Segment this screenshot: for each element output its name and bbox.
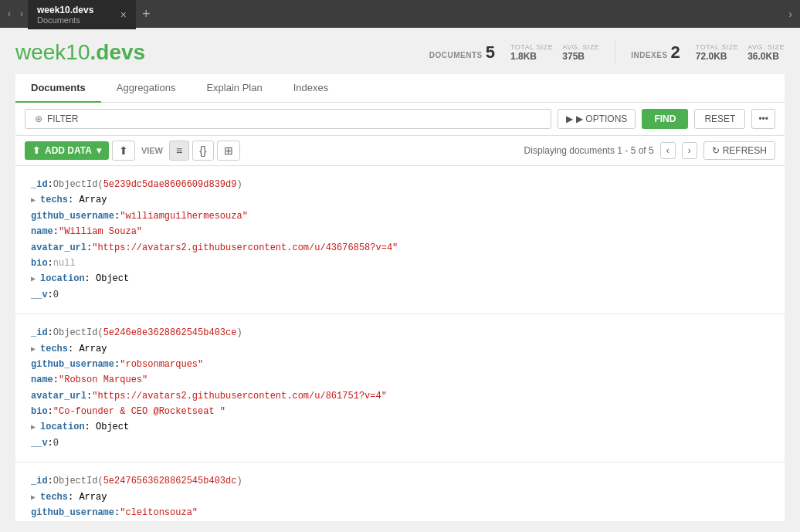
doc-field-v: __v: 0 [31, 435, 769, 451]
tab-close-icon[interactable]: × [120, 9, 127, 20]
tab-prev-arrow[interactable]: ‹ [3, 5, 15, 22]
doc-field-id: _id: ObjectId(5e246e8e3628862545b403ce) [31, 325, 769, 341]
total-size-val-1: 1.8KB [510, 51, 553, 62]
expand-location-icon[interactable]: ▶ [31, 273, 40, 286]
doc-field-name: name: "Cleiton Souza" [31, 520, 769, 521]
indexes-stat: INDEXES 2 [631, 42, 680, 63]
doc-field-v: __v: 0 [31, 287, 769, 303]
avg-size-label-1: AVG. SIZE [562, 43, 599, 51]
tab-item[interactable]: week10.devs Documents × [28, 0, 136, 29]
indexes-sub-stats: TOTAL SIZE 72.0KB AVG. SIZE 36.0KB [696, 43, 785, 62]
tab-nav-right-arrow[interactable]: › [784, 5, 797, 23]
prev-page-button[interactable]: ‹ [660, 142, 676, 159]
documents-area: _id: ObjectId(5e239dc5dae8606609d839d9) … [15, 166, 785, 521]
find-button[interactable]: FIND [642, 109, 688, 129]
db-name-prefix: week10 [15, 40, 90, 64]
db-name-suffix: .devs [90, 40, 146, 64]
add-data-label: ADD DATA [45, 145, 92, 156]
avg-size-label-2: AVG. SIZE [747, 43, 785, 51]
total-size-val-2: 72.0KB [696, 51, 738, 62]
more-options-button[interactable]: ••• [751, 109, 775, 129]
tab-explain-plan[interactable]: Explain Plan [191, 74, 277, 103]
export-icon: ⬆ [119, 144, 128, 157]
doc-field-id: _id: ObjectId(5e2476563628862545b403dc) [31, 473, 769, 489]
grid-view-icon: ⊞ [224, 144, 233, 157]
options-label: ▶ OPTIONS [576, 114, 627, 124]
options-arrow-icon: ▶ [566, 114, 573, 124]
nav-tabs: Documents Aggregations Explain Plan Inde… [15, 74, 785, 103]
total-size-label-2: TOTAL SIZE [696, 43, 738, 51]
filter-label: FILTER [47, 114, 78, 124]
expand-location-icon[interactable]: ▶ [31, 421, 40, 434]
doc-field-name: name: "Robson Marques" [31, 372, 769, 388]
add-data-button[interactable]: ⬆ ADD DATA ▾ [25, 141, 109, 160]
doc-field-techs: ▶ techs: Array [31, 490, 769, 505]
doc-field-location: ▶ location: Object [31, 271, 769, 286]
export-button[interactable]: ⬆ [112, 141, 135, 161]
doc-field-github-username: github_username: "williamguilhermesouza" [31, 208, 769, 224]
tab-bar: ‹ › week10.devs Documents × + › [0, 0, 800, 28]
json-view-button[interactable]: {} [192, 141, 213, 161]
doc-field-github-username: github_username: "robsonmarques" [31, 357, 769, 372]
view-label: VIEW [141, 146, 163, 155]
new-tab-button[interactable]: + [136, 5, 157, 24]
tab-subtitle: Documents [37, 15, 93, 25]
main-content: week10.devs DOCUMENTS 5 TOTAL SIZE 1.8KB… [0, 28, 800, 532]
documents-label: DOCUMENTS [429, 51, 483, 59]
filter-toolbar: ⊕ FILTER ▶ ▶ OPTIONS FIND RESET ••• [15, 103, 785, 136]
expand-techs-icon[interactable]: ▶ [31, 343, 40, 356]
total-size-label-1: TOTAL SIZE [510, 43, 553, 51]
refresh-label: REFRESH [723, 145, 767, 156]
document-card: _id: ObjectId(5e239dc5dae8606609d839d9) … [15, 166, 785, 314]
list-view-icon: ≡ [176, 144, 182, 157]
tab-next-arrow[interactable]: › [15, 5, 28, 22]
db-header: week10.devs DOCUMENTS 5 TOTAL SIZE 1.8KB… [15, 40, 785, 65]
doc-field-github-username: github_username: "cleitonsouza" [31, 505, 769, 520]
grid-view-button[interactable]: ⊞ [217, 141, 240, 161]
doc-field-techs: ▶ techs: Array [31, 341, 769, 357]
doc-field-techs: ▶ techs: Array [31, 192, 769, 208]
filter-button[interactable]: ⊕ FILTER [25, 109, 551, 129]
refresh-icon: ↻ [712, 145, 720, 156]
doc-field-avatar-url: avatar_url: "https://avatars2.githubuser… [31, 240, 769, 256]
doc-field-bio: bio: null [31, 256, 769, 271]
tab-indexes[interactable]: Indexes [278, 74, 344, 103]
refresh-button[interactable]: ↻ REFRESH [703, 141, 775, 160]
doc-field-avatar-url: avatar_url: "https://avatars2.githubuser… [31, 388, 769, 404]
next-page-button[interactable]: › [682, 142, 697, 159]
pagination-info: Displaying documents 1 - 5 of 5 ‹ › ↻ RE… [524, 141, 775, 160]
view-toolbar: ⬆ ADD DATA ▾ ⬆ VIEW ≡ {} ⊞ Displaying do… [15, 136, 785, 166]
pagination-text: Displaying documents 1 - 5 of 5 [524, 145, 654, 156]
avg-size-val-2: 36.0KB [747, 51, 785, 62]
doc-field-location: ▶ location: Object [31, 419, 769, 435]
doc-field-name: name: "William Souza" [31, 224, 769, 239]
doc-field-bio: bio: "Co-founder & CEO @Rocketseat " [31, 404, 769, 419]
stat-divider [615, 41, 615, 64]
reset-button[interactable]: RESET [694, 109, 745, 129]
document-card: _id: ObjectId(5e246e8e3628862545b403ce) … [15, 314, 785, 463]
indexes-count: 2 [671, 42, 680, 63]
expand-techs-icon[interactable]: ▶ [31, 194, 40, 207]
filter-icon: ⊕ [35, 114, 42, 124]
tab-aggregations[interactable]: Aggregations [101, 74, 192, 103]
db-title: week10.devs [15, 40, 145, 65]
doc-field-id: _id: ObjectId(5e239dc5dae8606609d839d9) [31, 177, 769, 192]
documents-sub-stats: TOTAL SIZE 1.8KB AVG. SIZE 375B [510, 43, 599, 62]
document-card: _id: ObjectId(5e2476563628862545b403dc) … [15, 463, 785, 521]
tab-documents[interactable]: Documents [15, 74, 101, 103]
indexes-label: INDEXES [631, 51, 667, 59]
json-view-icon: {} [199, 144, 206, 157]
list-view-button[interactable]: ≡ [169, 141, 189, 161]
avg-size-val-1: 375B [562, 51, 599, 62]
options-button[interactable]: ▶ ▶ OPTIONS [558, 109, 636, 129]
header-stats: DOCUMENTS 5 TOTAL SIZE 1.8KB AVG. SIZE 3… [429, 41, 785, 64]
documents-stat: DOCUMENTS 5 [429, 42, 495, 63]
tab-title: week10.devs [37, 5, 93, 15]
expand-techs-icon[interactable]: ▶ [31, 491, 40, 504]
add-data-dropdown-icon: ▾ [97, 145, 101, 156]
documents-count: 5 [486, 42, 495, 63]
add-data-upload-icon: ⬆ [32, 145, 40, 156]
